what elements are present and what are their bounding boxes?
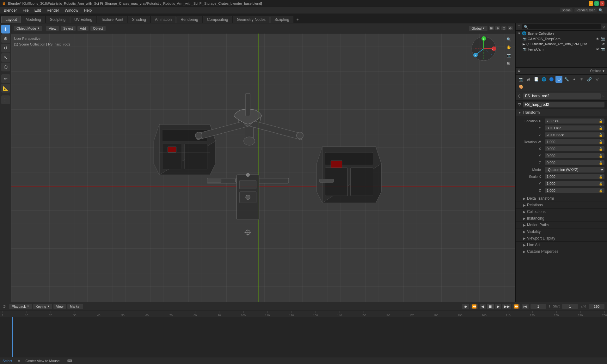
tab-shading[interactable]: Shading [128, 16, 150, 23]
stop-button[interactable]: ⏹ [487, 304, 494, 309]
tab-modeling[interactable]: Modeling [21, 16, 45, 23]
object-menu-button[interactable]: Object [90, 26, 106, 31]
campos-cam-icon[interactable]: 📷 [601, 37, 605, 41]
tab-geometry-nodes[interactable]: Geometry Nodes [233, 16, 270, 23]
prop-object-icon[interactable]: ⬡ [555, 76, 562, 83]
prop-scene-icon[interactable]: 🌐 [540, 76, 547, 83]
menu-edit[interactable]: Edit [32, 8, 44, 13]
location-y-value[interactable]: 80.01182 🔓 [545, 125, 604, 130]
instancing-section[interactable]: ▶ Instancing [516, 215, 607, 222]
start-frame-input[interactable] [562, 304, 578, 309]
outliner-item-robotic-arm[interactable]: ▶ ⬡ Futuristic_Robotic_Arm_with_Sci-Fi_S… [516, 41, 607, 46]
relations-section[interactable]: ▶ Relations [516, 202, 607, 209]
line-art-section[interactable]: ▶ Line Art [516, 242, 607, 248]
viewport-display-section[interactable]: ▶ Viewport Display [516, 235, 607, 242]
view-menu-button[interactable]: View [46, 26, 59, 31]
scale-tool-button[interactable]: ⤡ [1, 53, 10, 62]
arm-visibility-icon[interactable]: 👁 [602, 42, 605, 46]
end-frame-input[interactable] [589, 304, 604, 309]
outliner-item-tempcam[interactable]: 📷 TempCam 👁 📷 [516, 46, 607, 52]
rotate-tool-button[interactable]: ↺ [1, 44, 10, 52]
prev-keyframe-button[interactable]: ⏪ [470, 304, 478, 309]
grid-view-button[interactable]: ⊞ [505, 60, 512, 67]
rotation-w-lock-icon[interactable]: 🔓 [599, 140, 603, 144]
scale-z-value[interactable]: 1.000 🔓 [545, 188, 604, 193]
transform-section-header[interactable]: ▼ Transform [516, 109, 607, 116]
tab-uv-editing[interactable]: UV Editing [70, 16, 96, 23]
location-x-value[interactable]: 7.36586 🔓 [545, 118, 604, 124]
step-back-button[interactable]: ◀ [480, 304, 486, 309]
object-name-input[interactable] [523, 93, 601, 99]
timeline-tracks[interactable] [0, 317, 607, 357]
prop-options-button[interactable]: Options ▼ [590, 69, 605, 73]
view-timeline-button[interactable]: View [53, 304, 66, 309]
rotation-z-value[interactable]: 0.000 🔓 [545, 160, 604, 165]
rotation-x-value[interactable]: 0.000 🔓 [545, 146, 604, 151]
scale-y-value[interactable]: 1.000 🔓 [545, 181, 604, 186]
search-icon[interactable]: 🔍 [598, 8, 603, 13]
tab-compositing[interactable]: Compositing [203, 16, 232, 23]
scale-x-value[interactable]: 1.000 🔓 [545, 174, 604, 179]
prop-view-layer-icon[interactable]: 📑 [533, 76, 540, 83]
object-mode-button[interactable]: Object Mode [14, 26, 42, 31]
play-button[interactable]: ▶ [495, 304, 501, 309]
prop-constraints-icon[interactable]: 🔗 [586, 76, 593, 83]
outliner-filter-icon[interactable]: ▽ [603, 25, 605, 29]
add-workspace-button[interactable]: + [294, 16, 301, 23]
outliner-search-input[interactable] [522, 24, 601, 29]
next-keyframe-button[interactable]: ⏩ [512, 304, 520, 309]
rotation-w-value[interactable]: 1.000 🔓 [545, 139, 604, 144]
collections-section[interactable]: ▶ Collections [516, 209, 607, 215]
location-z-value[interactable]: -100.05838 🔓 [545, 132, 604, 137]
rotation-mode-select[interactable]: Quaternion (WXYZ) [545, 167, 604, 173]
rotation-y-value[interactable]: 0.000 🔓 [545, 153, 604, 158]
transform-tool-button[interactable]: ⬡ [1, 63, 10, 71]
custom-properties-section[interactable]: ▶ Custom Properties [516, 248, 607, 255]
move-tool-button[interactable]: ⊕ [1, 34, 10, 43]
cursor-tool-button[interactable]: ✛ [1, 25, 10, 33]
playback-menu-button[interactable]: Playback [9, 304, 32, 309]
campos-visibility-icon[interactable]: 👁 [596, 37, 599, 41]
outliner-item-campos[interactable]: 📷 CAMPOS_TempCam 👁 📷 [516, 36, 607, 41]
motion-paths-section[interactable]: ▶ Motion Paths [516, 222, 607, 228]
minimize-button[interactable]: ─ [589, 1, 593, 6]
viewport-canvas[interactable]: User Perspective (1) Scene Collection | … [11, 33, 515, 302]
jump-start-button[interactable]: ⏮ [462, 304, 469, 309]
prop-output-icon[interactable]: 🖨 [525, 76, 532, 83]
menu-help[interactable]: Help [81, 8, 94, 13]
prop-render-icon[interactable]: 📷 [518, 76, 524, 83]
tab-layout[interactable]: Layout [1, 16, 21, 23]
select-menu-button[interactable]: Select [61, 26, 76, 31]
location-x-lock-icon[interactable]: 🔓 [599, 119, 603, 123]
prop-world-icon[interactable]: 🔵 [548, 76, 555, 83]
jump-end-button[interactable]: ⏭ [522, 304, 529, 309]
rotation-z-lock-icon[interactable]: 🔓 [599, 161, 603, 165]
add-object-button[interactable]: ⬚ [1, 95, 10, 104]
zoom-in-button[interactable]: 🔍 [505, 36, 512, 43]
proportional-editing[interactable]: ⊙ [508, 26, 513, 30]
menu-render[interactable]: Render [44, 8, 61, 13]
tab-texture-paint[interactable]: Texture Paint [97, 16, 127, 23]
keying-menu-button[interactable]: Keying [33, 304, 52, 309]
prop-material-icon[interactable]: 🎨 [518, 83, 524, 90]
marker-menu-button[interactable]: Marker [67, 304, 83, 309]
tab-animation[interactable]: Animation [151, 16, 176, 23]
location-z-lock-icon[interactable]: 🔓 [599, 133, 603, 137]
menu-window[interactable]: Window [62, 8, 81, 13]
tempcam-visibility-icon[interactable]: 👁 [596, 47, 599, 51]
location-y-lock-icon[interactable]: 🔓 [599, 126, 603, 130]
prop-data-icon[interactable]: ▽ [593, 76, 600, 83]
gizmo-toggle[interactable]: ⊕ [495, 26, 500, 30]
scene-label[interactable]: Scene [560, 8, 573, 12]
tempcam-cam-icon[interactable]: 📷 [601, 47, 605, 51]
global-transform-button[interactable]: Global [469, 26, 487, 31]
viewport-overlay-icon[interactable]: ⊞ [489, 26, 494, 30]
prop-physics-icon[interactable]: ⚛ [578, 76, 585, 83]
delta-transform-section[interactable]: ▶ Delta Transform [516, 195, 607, 202]
current-frame-input[interactable] [530, 304, 546, 309]
rotation-y-lock-icon[interactable]: 🔓 [599, 154, 603, 158]
menu-file[interactable]: File [20, 8, 31, 13]
step-forward-button[interactable]: ▶▶ [502, 304, 511, 309]
menu-blender[interactable]: Blender [1, 8, 19, 13]
annotate-tool-button[interactable]: ✏ [1, 74, 10, 83]
